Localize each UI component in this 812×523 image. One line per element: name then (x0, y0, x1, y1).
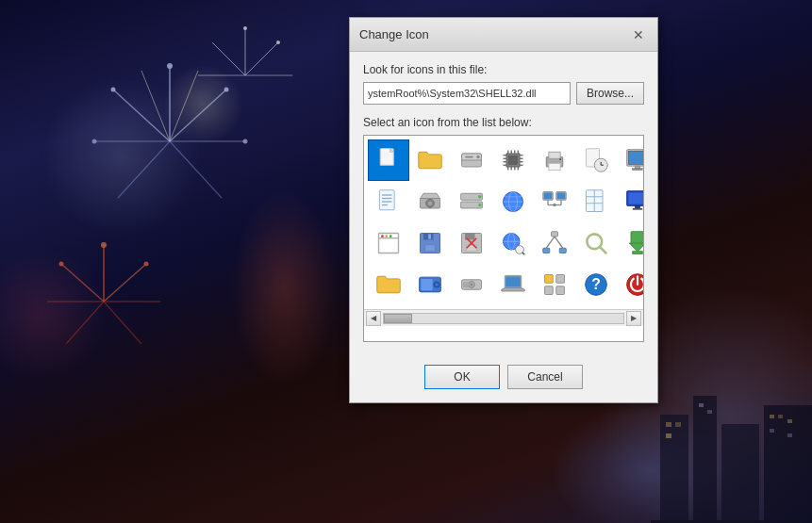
svg-rect-79 (628, 151, 644, 164)
icon-cell-cd-drive[interactable] (451, 264, 492, 305)
icon-cell-disk-x[interactable] (451, 222, 492, 264)
icon-cell-monitor-old[interactable] (617, 139, 644, 181)
icon-cell-hard-drive-blue[interactable] (409, 264, 451, 305)
svg-rect-51 (465, 156, 473, 158)
icon-cell-blank-document[interactable] (368, 139, 409, 181)
svg-point-50 (476, 155, 480, 159)
svg-rect-80 (635, 166, 639, 169)
dialog-title: Change Icon (359, 27, 429, 41)
svg-point-106 (553, 204, 556, 207)
scrollbar-row: ◀ ▶ (364, 309, 643, 326)
file-path-input[interactable] (363, 82, 571, 105)
svg-line-138 (555, 237, 563, 248)
svg-rect-113 (635, 205, 639, 208)
icon-cell-clock-document[interactable] (575, 139, 617, 181)
scroll-thumb (384, 314, 412, 323)
svg-line-133 (522, 253, 525, 255)
svg-line-137 (546, 237, 555, 248)
icon-cell-network-drive[interactable] (451, 181, 492, 222)
file-label: Look for icons in this file: (363, 63, 644, 76)
svg-rect-155 (545, 275, 554, 284)
svg-rect-112 (628, 192, 644, 204)
icon-cell-power-button[interactable] (617, 264, 644, 305)
svg-rect-152 (463, 282, 469, 286)
dialog-body: Look for icons in this file: Browse... S… (350, 52, 657, 353)
icon-cell-cpu-chip[interactable] (492, 139, 534, 181)
icon-cell-printer[interactable] (534, 139, 575, 181)
icon-cell-floppy-disk[interactable] (409, 222, 451, 264)
scroll-track[interactable] (383, 313, 624, 324)
svg-point-140 (588, 236, 600, 247)
svg-rect-136 (559, 248, 566, 253)
icon-cell-laptop[interactable] (492, 264, 534, 305)
svg-point-93 (478, 204, 482, 207)
svg-rect-100 (544, 192, 553, 199)
svg-rect-157 (545, 286, 554, 295)
svg-rect-73 (559, 158, 561, 160)
dialog-titlebar: Change Icon ✕ (350, 18, 657, 52)
icon-cell-window-empty[interactable] (368, 222, 409, 264)
svg-point-161 (627, 274, 644, 296)
icon-grid: ? (364, 136, 643, 309)
icon-cell-document-lines[interactable] (368, 181, 409, 222)
svg-rect-117 (381, 235, 384, 237)
icon-cell-globe-internet[interactable] (492, 181, 534, 222)
svg-rect-144 (633, 252, 643, 254)
svg-marker-143 (629, 243, 644, 252)
svg-rect-114 (633, 208, 643, 210)
svg-point-92 (478, 195, 482, 199)
svg-rect-71 (549, 152, 560, 158)
close-button[interactable]: ✕ (629, 25, 648, 44)
svg-rect-81 (633, 169, 643, 171)
browse-button[interactable]: Browse... (576, 82, 644, 105)
icon-cell-help-question[interactable]: ? (575, 264, 617, 305)
svg-rect-72 (549, 164, 560, 171)
svg-point-151 (471, 284, 473, 286)
scroll-left-arrow[interactable]: ◀ (366, 311, 381, 326)
svg-rect-158 (556, 286, 565, 295)
cancel-button[interactable]: Cancel (507, 365, 583, 389)
icon-cell-magnifier[interactable] (575, 222, 617, 264)
file-row: Browse... (363, 82, 644, 105)
svg-rect-146 (421, 279, 432, 290)
icon-cell-download-arrow[interactable] (617, 222, 644, 264)
icon-cell-network-nodes[interactable] (534, 222, 575, 264)
icon-cell-drive-gray[interactable] (451, 139, 492, 181)
icon-cell-globe-search[interactable] (492, 222, 534, 264)
icon-list-label: Select an icon from the list below: (363, 116, 644, 129)
icon-cell-grid-squares[interactable] (534, 264, 575, 305)
icon-cell-network-computers[interactable] (534, 181, 575, 222)
svg-rect-123 (428, 234, 431, 238)
icon-grid-container: ? ◀ ▶ (363, 135, 644, 342)
icon-cell-folder-yellow2[interactable] (368, 264, 409, 305)
svg-rect-122 (425, 245, 436, 252)
dialog-overlay: Change Icon ✕ Look for icons in this fil… (0, 0, 812, 523)
icon-cell-grid-document[interactable] (575, 181, 617, 222)
svg-rect-119 (389, 235, 392, 237)
icon-cell-screen-blue[interactable] (617, 181, 644, 222)
svg-line-141 (600, 247, 605, 253)
svg-rect-154 (505, 276, 521, 286)
ok-button[interactable]: OK (424, 365, 500, 389)
change-icon-dialog: Change Icon ✕ Look for icons in this fil… (349, 17, 658, 403)
svg-rect-102 (557, 192, 566, 199)
svg-rect-134 (552, 232, 558, 237)
svg-rect-135 (543, 248, 550, 253)
button-row: OK Cancel (350, 353, 657, 402)
svg-point-148 (435, 283, 439, 286)
svg-rect-53 (509, 156, 518, 165)
svg-rect-82 (379, 190, 394, 210)
svg-rect-118 (386, 235, 389, 237)
icon-cell-drive-open[interactable] (409, 181, 451, 222)
scroll-right-arrow[interactable]: ▶ (626, 311, 641, 326)
svg-text:?: ? (591, 276, 601, 292)
icon-cell-folder-yellow[interactable] (409, 139, 451, 181)
svg-rect-156 (556, 275, 565, 284)
svg-point-89 (428, 202, 432, 205)
